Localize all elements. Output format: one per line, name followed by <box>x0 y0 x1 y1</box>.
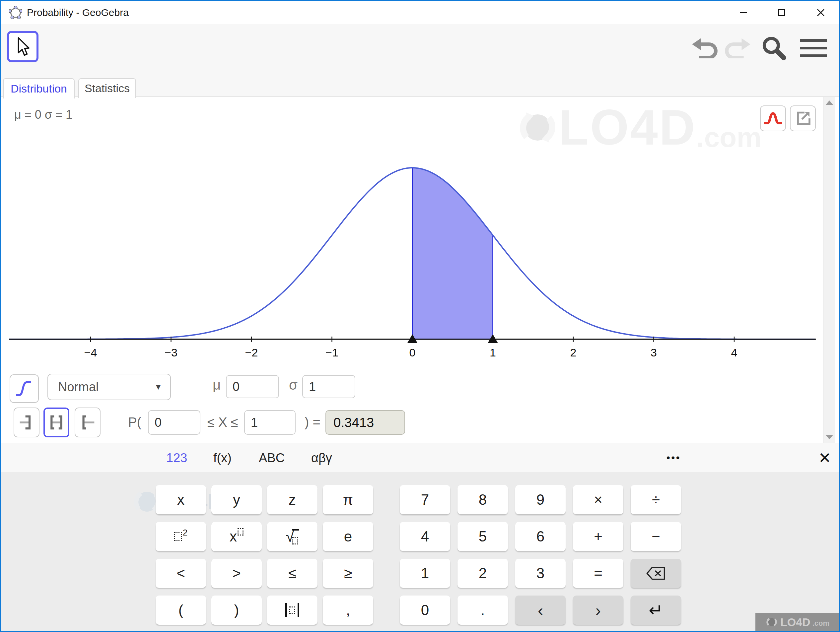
keyboard-close-button[interactable]: ✕ <box>813 443 836 473</box>
sigma-label: σ <box>289 377 298 393</box>
keyboard-keys: LO4D .com xyzπ2x√e<>≤≥(),789×÷456+−123=0… <box>1 472 839 632</box>
keyboard-tab-fx[interactable]: f(x) <box>213 443 232 473</box>
key-y[interactable]: y <box>211 485 262 514</box>
interval-upper-input[interactable] <box>244 410 295 435</box>
key-([interactable]: ( <box>156 596 206 625</box>
cumulative-toggle-button[interactable] <box>9 374 39 403</box>
maximize-icon <box>778 9 785 16</box>
x-tick-label: 1 <box>489 346 496 359</box>
keyboard-tab-abc-label: ABC <box>259 451 285 465</box>
key-sqrt[interactable]: √ <box>267 522 317 551</box>
watermark-badge-text: LO4D <box>780 616 810 629</box>
redo-button[interactable] <box>722 37 752 59</box>
cumulative-curve-icon <box>16 380 33 397</box>
key-3[interactable]: 3 <box>515 559 566 588</box>
minimize-button[interactable] <box>725 1 762 24</box>
tab-statistics[interactable]: Statistics <box>78 78 136 98</box>
mu-input[interactable] <box>226 375 279 398</box>
sigma-input[interactable] <box>302 375 355 398</box>
probability-suffix: ) = <box>305 415 321 430</box>
key-÷[interactable]: ÷ <box>631 485 681 514</box>
scroll-down-icon[interactable] <box>826 435 833 439</box>
tab-distribution-label: Distribution <box>11 82 67 95</box>
key-+[interactable]: + <box>573 522 624 551</box>
left-tail-icon <box>19 414 34 431</box>
redo-icon <box>723 38 750 58</box>
key-5[interactable]: 5 <box>458 522 508 551</box>
undo-button[interactable] <box>691 37 721 59</box>
tab-distribution[interactable]: Distribution <box>3 78 75 98</box>
menu-button[interactable] <box>799 37 828 59</box>
key-4[interactable]: 4 <box>400 522 450 551</box>
curve-style-button[interactable] <box>760 106 786 131</box>
key-≤[interactable]: ≤ <box>267 559 317 588</box>
interval-icon <box>49 414 64 431</box>
chevron-down-icon: ▼ <box>154 382 162 392</box>
left-tail-button[interactable] <box>14 408 39 437</box>
keyboard-tab-123[interactable]: 123 <box>166 443 187 473</box>
keyboard-tab-greek[interactable]: αβγ <box>311 443 332 473</box>
key-z[interactable]: z <box>267 485 317 514</box>
toolbar <box>1 24 839 77</box>
shaded-region <box>412 168 493 339</box>
keyboard-more-button[interactable]: ••• <box>666 443 681 473</box>
key-arrow-left[interactable]: ‹ <box>515 596 566 625</box>
key-e[interactable]: e <box>323 522 373 551</box>
key-7[interactable]: 7 <box>400 485 450 514</box>
close-icon <box>817 9 825 17</box>
tab-strip: Distribution Statistics <box>1 77 839 97</box>
x-tick-label: 3 <box>651 346 657 359</box>
watermark-badge-icon <box>765 615 778 629</box>
distribution-params-label: μ = 0 σ = 1 <box>14 108 72 122</box>
keyboard-tab-greek-label: αβγ <box>311 451 332 465</box>
key-9[interactable]: 9 <box>515 485 566 514</box>
key-<[interactable]: < <box>156 559 206 588</box>
x-tick-label: −1 <box>325 346 338 359</box>
key-arrow-right[interactable]: › <box>573 596 624 625</box>
keyboard-tab-fx-label: f(x) <box>213 451 232 465</box>
key-=[interactable]: = <box>573 559 624 588</box>
key-power[interactable]: x <box>211 522 262 551</box>
x-tick-label: 0 <box>409 346 416 359</box>
undo-icon <box>692 38 720 58</box>
key-2[interactable]: 2 <box>458 559 508 588</box>
keyboard-tab-abc[interactable]: ABC <box>259 443 285 473</box>
key-≥[interactable]: ≥ <box>323 559 373 588</box>
key-.[interactable]: . <box>458 596 508 625</box>
key-×[interactable]: × <box>573 485 624 514</box>
export-icon <box>794 110 811 127</box>
maximize-button[interactable] <box>763 1 800 24</box>
interval-button[interactable] <box>43 408 69 437</box>
key-enter[interactable]: ↵ <box>631 596 681 625</box>
move-tool-button[interactable] <box>7 31 38 62</box>
minimize-icon <box>740 12 747 13</box>
distribution-type-value: Normal <box>58 380 154 394</box>
keyboard-header: 123 f(x) ABC αβγ ••• ✕ <box>1 443 839 472</box>
distribution-panel: LO4D .com −4−3−2−101234 μ = 0 σ = 1 <box>1 97 839 443</box>
key-8[interactable]: 8 <box>458 485 508 514</box>
key-,[interactable]: , <box>323 596 373 625</box>
key-x[interactable]: x <box>156 485 206 514</box>
interval-lower-input[interactable] <box>148 410 201 435</box>
key->[interactable]: > <box>211 559 262 588</box>
key-square[interactable]: 2 <box>156 522 206 551</box>
title-bar: Probability - GeoGebra <box>1 1 839 24</box>
key-abs[interactable] <box>267 596 317 625</box>
chart-scrollbar[interactable] <box>823 97 835 443</box>
distribution-type-select[interactable]: Normal ▼ <box>47 374 171 400</box>
key-backspace[interactable] <box>631 559 681 588</box>
key-π[interactable]: π <box>323 485 373 514</box>
right-tail-button[interactable] <box>75 408 101 437</box>
key-−[interactable]: − <box>631 522 681 551</box>
search-button[interactable] <box>758 37 790 59</box>
export-button[interactable] <box>790 106 816 131</box>
key-6[interactable]: 6 <box>515 522 566 551</box>
close-button[interactable] <box>802 1 839 24</box>
key-0[interactable]: 0 <box>400 596 450 625</box>
key-)[interactable]: ) <box>211 596 262 625</box>
key-1[interactable]: 1 <box>400 559 450 588</box>
scroll-up-icon[interactable] <box>826 101 833 105</box>
app-window: Probability - GeoGebra <box>0 0 840 632</box>
bell-curve-icon <box>764 111 782 126</box>
watermark-badge-suffix: .com <box>812 619 829 628</box>
